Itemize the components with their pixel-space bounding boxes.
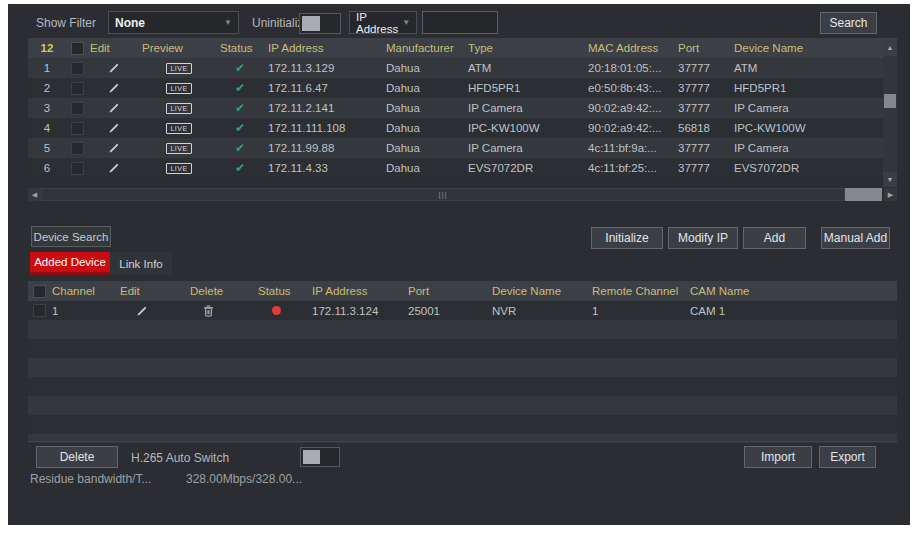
scroll-up-icon[interactable]: ▲: [883, 40, 897, 55]
tab-added-device[interactable]: Added Device: [30, 252, 110, 275]
live-preview-badge[interactable]: LIVE: [166, 143, 191, 154]
import-button[interactable]: Import: [744, 446, 812, 468]
cell-device-name: ATM: [728, 62, 897, 74]
uninitialized-toggle[interactable]: [299, 13, 341, 34]
live-preview-badge[interactable]: LIVE: [166, 63, 191, 74]
table-filler-row: [28, 339, 897, 358]
cell-port: 37777: [672, 82, 728, 94]
cell-ip: 172.11.3.124: [312, 305, 408, 317]
cell-manufacturer: Dahua: [380, 62, 462, 74]
manual-add-button[interactable]: Manual Add: [821, 227, 890, 249]
vertical-scrollbar-thumb[interactable]: [884, 94, 896, 108]
status-ok-icon: ✔: [235, 81, 245, 95]
live-preview-badge[interactable]: LIVE: [166, 103, 191, 114]
delete-icon[interactable]: [203, 305, 214, 317]
cell-port: 25001: [408, 305, 492, 317]
header-cam-name: CAM Name: [690, 285, 897, 297]
cell-device-name: IPC-KW100W: [728, 122, 897, 134]
cell-type: IP Camera: [462, 102, 582, 114]
cell-device-name: IP Camera: [728, 102, 897, 114]
cell-ip: 172.11.99.88: [262, 142, 380, 154]
status-ok-icon: ✔: [235, 61, 245, 75]
device-search-button[interactable]: Device Search: [31, 226, 111, 247]
table-filler-row: [28, 358, 897, 377]
row-checkbox[interactable]: [71, 162, 84, 175]
cell-type: IPC-KW100W: [462, 122, 582, 134]
added-device-row[interactable]: 1 172.11.3.124 25001 NVR 1 CAM 1: [28, 301, 897, 320]
cell-port: 37777: [672, 62, 728, 74]
live-preview-badge[interactable]: LIVE: [166, 163, 191, 174]
cell-mac: 90:02:a9:42:...: [582, 122, 672, 134]
cell-channel: 1: [48, 305, 120, 317]
discovered-device-row[interactable]: 6LIVE✔172.11.4.33DahuaEVS7072DR4c:11:bf:…: [28, 158, 897, 178]
h265-auto-switch-toggle[interactable]: [300, 447, 340, 467]
scroll-left-icon[interactable]: ◀: [28, 188, 41, 201]
row-checkbox[interactable]: [71, 122, 84, 135]
toggle-knob: [302, 16, 320, 31]
live-preview-badge[interactable]: LIVE: [166, 123, 191, 134]
header-remote-channel: Remote Channel: [592, 285, 690, 297]
export-button[interactable]: Export: [819, 446, 876, 468]
edit-icon[interactable]: [108, 142, 120, 154]
discovered-device-row[interactable]: 1LIVE✔172.11.3.129DahuaATM20:18:01:05:..…: [28, 58, 897, 78]
cell-mac: 4c:11:bf:25:...: [582, 162, 672, 174]
cell-type: ATM: [462, 62, 582, 74]
filter-dropdown[interactable]: None ▼: [108, 11, 239, 34]
cell-type: EVS7072DR: [462, 162, 582, 174]
table-filler-row: [28, 415, 897, 434]
edit-icon[interactable]: [136, 305, 148, 317]
cell-index: 6: [28, 162, 66, 174]
initialize-button[interactable]: Initialize: [591, 227, 663, 249]
discovered-device-row[interactable]: 2LIVE✔172.11.6.47DahuaHFD5PR1e0:50:8b:43…: [28, 78, 897, 98]
cell-cam-name: CAM 1: [690, 305, 897, 317]
edit-icon[interactable]: [108, 62, 120, 74]
chevron-down-icon: ▼: [402, 18, 410, 27]
table-filler-row: [28, 320, 897, 339]
search-button[interactable]: Search: [820, 12, 877, 34]
cell-ip: 172.11.111.108: [262, 122, 380, 134]
row-checkbox[interactable]: [33, 304, 46, 317]
search-input[interactable]: [422, 11, 498, 34]
edit-icon[interactable]: [108, 122, 120, 134]
scroll-down-icon[interactable]: ▼: [883, 172, 897, 187]
add-button[interactable]: Add: [743, 227, 806, 249]
cell-type: HFD5PR1: [462, 82, 582, 94]
show-filter-label: Show Filter: [36, 16, 96, 30]
header-device-name: Device Name: [492, 285, 592, 297]
select-all-checkbox[interactable]: [71, 42, 84, 55]
registration-screen: Show Filter None ▼ Uninitialized IP Addr…: [0, 0, 917, 534]
scroll-right-icon[interactable]: ▶: [884, 188, 897, 201]
horizontal-scrollbar[interactable]: ◀ ||| ▶: [28, 188, 897, 201]
edit-icon[interactable]: [108, 102, 120, 114]
header-manufacturer: Manufacturer: [380, 42, 462, 54]
select-all-added-checkbox[interactable]: [33, 285, 46, 298]
horizontal-scrollbar-thumb[interactable]: |||: [41, 188, 845, 201]
cell-ip: 172.11.4.33: [262, 162, 380, 174]
delete-button[interactable]: Delete: [36, 446, 118, 468]
row-checkbox[interactable]: [71, 102, 84, 115]
status-offline-icon: [272, 306, 281, 315]
cell-device-name: EVS7072DR: [728, 162, 897, 174]
header-type: Type: [462, 42, 582, 54]
status-ok-icon: ✔: [235, 101, 245, 115]
header-channel: Channel: [48, 285, 120, 297]
edit-icon[interactable]: [108, 82, 120, 94]
horizontal-scrollbar-track-free[interactable]: [845, 188, 882, 201]
header-edit: Edit: [120, 285, 190, 297]
cell-ip: 172.11.3.129: [262, 62, 380, 74]
edit-icon[interactable]: [108, 162, 120, 174]
modify-ip-button[interactable]: Modify IP: [668, 227, 738, 249]
row-checkbox[interactable]: [71, 62, 84, 75]
discovered-device-row[interactable]: 3LIVE✔172.11.2.141DahuaIP Camera90:02:a9…: [28, 98, 897, 118]
vertical-scrollbar-track[interactable]: [883, 56, 897, 174]
cell-ip: 172.11.6.47: [262, 82, 380, 94]
search-type-value: IP Address: [356, 11, 398, 35]
cell-manufacturer: Dahua: [380, 162, 462, 174]
row-checkbox[interactable]: [71, 142, 84, 155]
search-type-dropdown[interactable]: IP Address ▼: [349, 11, 417, 34]
discovered-device-row[interactable]: 5LIVE✔172.11.99.88DahuaIP Camera4c:11:bf…: [28, 138, 897, 158]
discovered-device-row[interactable]: 4LIVE✔172.11.111.108DahuaIPC-KW100W90:02…: [28, 118, 897, 138]
live-preview-badge[interactable]: LIVE: [166, 83, 191, 94]
tab-link-info[interactable]: Link Info: [110, 252, 172, 275]
row-checkbox[interactable]: [71, 82, 84, 95]
